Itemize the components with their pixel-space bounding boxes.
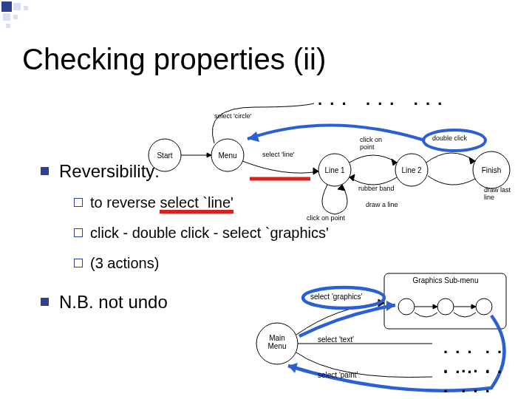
- edge-select-text-label: select 'text': [318, 335, 354, 344]
- slide-title: Checking properties (ii): [22, 43, 326, 76]
- node-menu-label: Menu: [218, 151, 236, 160]
- svg-point-19: [437, 299, 454, 315]
- edge-draw-line-label: draw a line: [366, 201, 398, 208]
- node-start-label: Start: [157, 151, 172, 160]
- open-square-bullet-icon: [74, 198, 83, 207]
- sub-bullet-actions: (3 actions): [74, 255, 159, 272]
- svg-marker-9: [313, 168, 318, 174]
- edge-select-circle-label: select 'circle': [214, 112, 252, 120]
- node-main-menu-label: MainMenu: [267, 334, 286, 350]
- edge-rubber-band-label: rubber band: [358, 185, 395, 192]
- edge-select-line-label: select 'line': [262, 151, 295, 158]
- bullet-text: N.B. not undo: [59, 292, 168, 312]
- svg-marker-8: [207, 153, 211, 157]
- bullet-reversibility: Reversibility:: [41, 161, 160, 182]
- open-square-bullet-icon: [74, 228, 83, 237]
- open-square-bullet-icon: [74, 259, 83, 267]
- node-finish-label: Finish: [482, 166, 502, 174]
- sub-text: (3 actions): [90, 255, 159, 271]
- edge-draw-last-label: draw lastline: [484, 186, 511, 201]
- svg-marker-15: [248, 132, 259, 142]
- bullet-nb: N.B. not undo: [41, 292, 168, 313]
- sub-bullet-click-line: click - double click - select `graphics': [74, 225, 329, 242]
- filled-square-bullet-icon: [41, 167, 49, 175]
- node-line1-label: Line 1: [324, 166, 345, 174]
- sub-text: click - double click - select `graphics': [90, 225, 329, 241]
- ellipsis-dots: . . . . . . . . .: [443, 358, 532, 397]
- edge-select-graphics-label: select 'graphics': [310, 293, 363, 301]
- edge-click-point-bot-label: click on point: [307, 214, 346, 222]
- edge-select-paint-label: select 'paint': [318, 371, 358, 379]
- node-line2-label: Line 2: [401, 166, 422, 174]
- filled-square-bullet-icon: [41, 298, 49, 306]
- svg-point-18: [398, 299, 415, 315]
- svg-point-20: [476, 299, 492, 315]
- submenu-title-label: Graphics Sub-menu: [413, 276, 479, 284]
- state-diagram-top: Start Menu Line 1 Line 2 Finish select '…: [144, 96, 528, 222]
- edge-double-click-label: double click: [432, 134, 468, 142]
- edge-click-point-top-label: click onpoint: [360, 136, 382, 151]
